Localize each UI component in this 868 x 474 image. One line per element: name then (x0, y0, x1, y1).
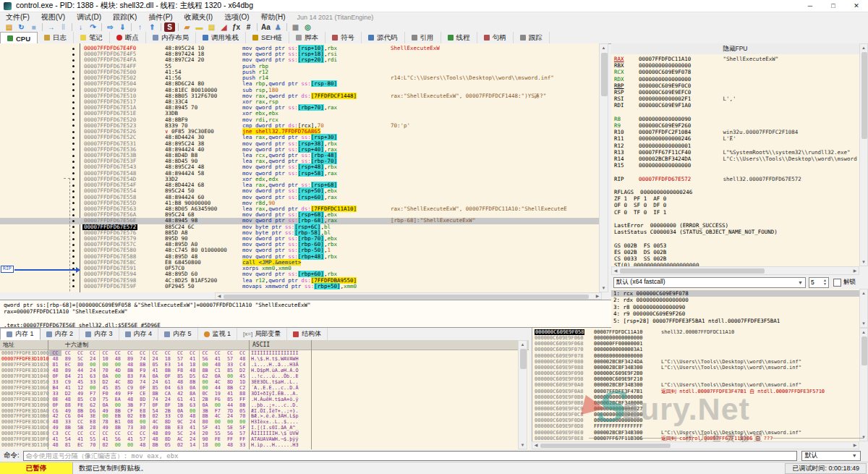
disasm-hscrollbar[interactable]: ◀ ▶ (215, 292, 602, 300)
stack-row[interactable]: 000000C609E9F080000002BCBF3424DAL"C:\\Us… (532, 359, 860, 365)
hide-fpu-button[interactable]: 隐藏FPU (611, 43, 859, 55)
register-row[interactable]: RDX0000000000000000 (614, 76, 858, 82)
breakpoint-dot-icon[interactable] (72, 95, 75, 97)
dump-tab-内存 2[interactable]: 内存 2 (41, 328, 80, 340)
font-icon[interactable]: Aa (260, 22, 271, 32)
tab-笔记[interactable]: 笔记 (74, 32, 110, 43)
breakpoint-dot-icon[interactable] (72, 220, 75, 222)
register-row[interactable]: RSP000000C609E9EFC0 (614, 89, 858, 96)
register-row[interactable]: R9000000C609E9F260 (614, 122, 858, 129)
args-vscrollbar[interactable]: ▲▼ (859, 289, 868, 328)
tab-调用堆栈[interactable]: 调用堆栈 (196, 32, 246, 43)
tab-源代码[interactable]: 源代码 (362, 32, 405, 43)
dump-row[interactable]: 00007FFDFE3D10400F8421630A0083FA0A0F85D5… (0, 373, 529, 379)
stack-vscrollbar[interactable]: ▲▼ (859, 328, 868, 441)
register-row[interactable]: RIP00007FFDFD67E572 shell32.00007FFDFD67… (614, 176, 858, 182)
pause-icon[interactable]: ‖ (58, 22, 69, 32)
callconv-args[interactable]: 1: rcx 000000C609E9F0782: rdx 0000000000… (611, 289, 859, 328)
command-input[interactable] (23, 451, 797, 461)
scylla-icon[interactable]: ♟ (273, 22, 284, 32)
disassembly-pane[interactable]: 00007FFDFD67E4F048:895C24 10mov qword pt… (0, 43, 599, 292)
register-row[interactable]: R1000007FFDFC2F1084 win32u.00007FFDFC2F1… (614, 129, 858, 135)
breakpoint-dot-icon[interactable] (72, 262, 75, 264)
breakpoint-dot-icon[interactable] (72, 232, 75, 234)
eraser-icon[interactable]: ◢ (218, 22, 229, 32)
stack-row[interactable]: 000000C609E9F068000000FF00000001 (532, 341, 860, 347)
stack-row[interactable]: 000000C609E9F0D00000000000000000 (532, 418, 860, 423)
arg-row[interactable]: 1: rcx 000000C609E9F078 (611, 290, 859, 297)
breakpoint-dot-icon[interactable] (72, 119, 75, 121)
stack-row[interactable]: 000000C609E9F0A0000002BCBF34B300L"C:\\Us… (532, 382, 860, 388)
stack-row[interactable]: 000000C609E9F0D8FFFFFFFFFFFFFFFF (532, 423, 860, 429)
dump-pane[interactable]: 地址 十六进制 ASCII 00007FFDFE3D1000CCCCCCCCCC… (0, 340, 529, 449)
dump-row[interactable]: 00007FFDFE3D102081EC80000000488B05E31418… (0, 362, 529, 368)
tab-线程[interactable]: 线程 (441, 32, 477, 43)
stack-row[interactable]: 000000C609E9F090000000C609E9F2B0 (532, 371, 860, 376)
dump-row[interactable]: 00007FFDFE3D10F04154415541564157488DAC24… (0, 436, 529, 442)
dump-tab-结构体[interactable]: 结构体 (287, 328, 328, 340)
menu-item[interactable]: 帮助(H) (255, 12, 292, 22)
animate-into-icon[interactable]: ⇨ (105, 22, 116, 32)
step-over-icon[interactable]: ↷ (88, 22, 98, 32)
breakpoint-dot-icon[interactable] (72, 166, 75, 169)
breakpoint-dot-icon[interactable] (72, 148, 75, 151)
breakpoint-dot-icon[interactable] (72, 208, 75, 211)
breakpoint-dot-icon[interactable] (72, 155, 75, 157)
fx-icon[interactable]: ƒx (231, 22, 242, 32)
breakpoint-dot-icon[interactable] (72, 89, 75, 91)
breakpoint-dot-icon[interactable] (72, 190, 75, 192)
open-file-icon[interactable]: ▤ (4, 22, 14, 32)
stack-row[interactable]: 000000C609E9F05800007FFDFDC11A10shell32.… (532, 329, 860, 335)
dump-row[interactable]: 00007FFDFE3D101048895C241048897424185741… (0, 356, 529, 362)
breakpoint-dot-icon[interactable] (72, 274, 75, 276)
breakpoint-dot-icon[interactable] (72, 279, 75, 282)
breakpoint-dot-icon[interactable] (72, 107, 75, 109)
dump-tab-内存 5[interactable]: 内存 5 (158, 328, 198, 340)
dump-row[interactable]: 00007FFDFE3D1060B44112004585C90F8504630A… (0, 385, 529, 391)
breakpoint-dot-icon[interactable] (72, 77, 75, 80)
arg-row[interactable]: 5: [rsp+28] 00007FFDFE3F5BA1 ntdll.00007… (611, 318, 859, 324)
breakpoint-dot-icon[interactable] (72, 255, 75, 258)
tab-跟踪[interactable]: 跟踪 (514, 32, 550, 43)
step-into-icon[interactable]: ↓ (75, 22, 86, 32)
register-row[interactable]: RCX000000C609E9F078 (614, 69, 858, 75)
registers-hscrollbar[interactable]: ◀ ▶ (611, 266, 859, 275)
breakpoint-dot-icon[interactable] (72, 202, 75, 204)
stack-pane[interactable]: 000000C609E9F05800007FFDFDC11A10shell32.… (532, 328, 860, 449)
breakpoint-dot-icon[interactable] (72, 244, 75, 246)
register-row[interactable]: RDI000000C609E9F1A0 (614, 102, 858, 109)
stop-animation-icon[interactable]: S (164, 22, 175, 32)
breakpoint-dot-icon[interactable] (72, 101, 75, 103)
stack-row[interactable]: 000000C609E9F0B00000000000000000 (532, 394, 860, 400)
breakpoint-dot-icon[interactable] (72, 137, 75, 139)
hash-icon[interactable]: # (243, 22, 254, 32)
dump-tab-内存 3[interactable]: 内存 3 (80, 328, 119, 340)
minimize-button[interactable]: ─ (799, 0, 822, 12)
breakpoint-dot-icon[interactable] (72, 226, 75, 228)
register-row[interactable]: R150000000000000000 (614, 162, 858, 169)
stack-hscrollbar[interactable]: ◀ ▶ (532, 441, 859, 449)
dump-row[interactable]: 00007FFDFE3D107033D249F7F049FFCE8BCA428A… (0, 391, 529, 397)
dump-row[interactable]: 00007FFDFE3D11004881EC70020000488B050214… (0, 442, 529, 448)
breakpoint-dot-icon[interactable] (72, 250, 75, 252)
breakpoint-dot-icon[interactable] (72, 131, 75, 133)
stack-row[interactable]: 000000C609E9F0780000800000000000 (532, 353, 860, 359)
register-row[interactable]: RBP000000C609E9F0C0 (614, 82, 858, 89)
restart-icon[interactable]: ↻ (16, 22, 27, 32)
breakpoint-dot-icon[interactable] (72, 65, 75, 67)
stop-icon[interactable]: ■ (28, 22, 39, 32)
breakpoint-dot-icon[interactable] (72, 196, 75, 198)
tab-内存布局[interactable]: 内存布局 (146, 32, 196, 43)
disasm-vscrollbar[interactable]: ▲▼ (599, 43, 608, 292)
dump-row[interactable]: 00007FFDFE3D10800E4885C075EA488D74246141… (0, 397, 529, 402)
execute-till-return-icon[interactable]: ↑ (135, 22, 145, 32)
dump-row[interactable]: 00007FFDFE3D1000CCCCCCCCCCCCCCCCCCCCCCCC… (0, 350, 529, 356)
close-button[interactable]: ✕ (845, 0, 868, 12)
menu-item[interactable]: 视图(V) (35, 12, 71, 22)
dump-row[interactable]: 00007FFDFE3D103048894424704D8BF9418BF848… (0, 368, 529, 373)
dump-tab-内存 1[interactable]: 内存 1 (0, 328, 41, 340)
breakpoint-dot-icon[interactable] (72, 172, 75, 174)
animate-over-icon[interactable]: ⇓ (117, 22, 128, 32)
dump-tab-局部变量[interactable]: [x=]局部变量 (237, 328, 287, 340)
breakpoint-dot-icon[interactable] (72, 285, 75, 287)
